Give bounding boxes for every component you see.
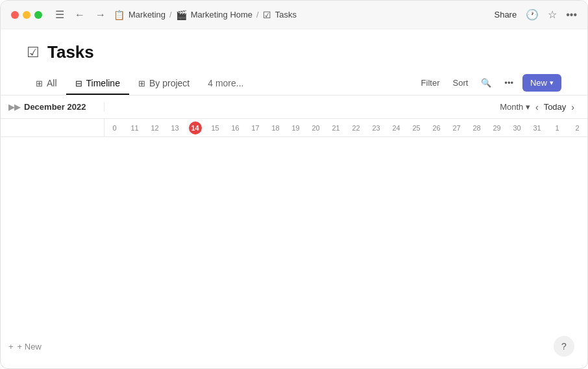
date-cell-13: 13 [165,124,185,132]
date-cell-28: 28 [467,124,487,132]
share-button[interactable]: Share [494,10,517,19]
breadcrumb-sep-1: / [169,10,172,19]
breadcrumb-item-1[interactable]: Marketing [129,10,165,19]
date-cell-22: 22 [346,124,366,132]
today-badge: 14 [189,121,202,134]
breadcrumb-icon-2: 🎬 [176,10,187,20]
page-header: ☑ Tasks [1,29,587,73]
tab-timeline[interactable]: ⊟ Timeline [66,73,129,95]
date-cell-24: 24 [386,124,406,132]
hamburger-icon[interactable]: ☰ [53,7,67,22]
date-cell-17: 17 [245,124,265,132]
date-cell-25: 25 [406,124,426,132]
tab-timeline-label: Timeline [86,78,120,88]
date-cell-12: 12 [145,124,165,132]
date-cell-11: 11 [125,124,145,132]
add-new-label: + New [18,342,42,351]
tab-timeline-icon: ⊟ [75,79,82,88]
today-button[interactable]: Today [544,102,567,112]
date-cell-2: 2 [567,124,587,132]
tab-all-icon: ⊞ [36,79,43,88]
breadcrumb-item-3[interactable]: Tasks [275,10,297,19]
date-cell-31: 31 [527,124,547,132]
sort-button[interactable]: Sort [448,75,472,90]
date-cell-0: 0 [104,124,125,132]
new-button[interactable]: New ▾ [522,74,561,92]
tabs-toolbar: Filter Sort 🔍 ••• New ▾ [417,74,561,94]
tab-all[interactable]: ⊞ All [27,73,66,95]
expand-icon[interactable]: ▶▶ [8,103,20,112]
date-cell-16: 16 [225,124,245,132]
month-nav: Month ▾ ‹ Today › [500,102,574,112]
page-title-row: ☑ Tasks [27,42,561,62]
page-icon: ☑ [27,44,40,61]
date-cell-1: 1 [547,124,567,132]
date-cell-18: 18 [265,124,286,132]
tab-byproject-icon: ⊞ [138,79,145,88]
star-icon[interactable]: ☆ [548,8,557,21]
add-new-row[interactable]: + + New [1,337,49,357]
date-cell-23: 23 [366,124,386,132]
search-icon[interactable]: 🔍 [477,75,495,90]
page-title: Tasks [47,42,94,62]
new-button-label: New [530,78,547,88]
add-icon: + [8,342,14,351]
more-options-icon[interactable]: ••• [566,9,577,21]
breadcrumb-icon-1: 📋 [114,10,125,20]
breadcrumb-icon-3: ☑ [263,10,271,20]
date-cell-21: 21 [326,124,346,132]
titlebar-actions: Share 🕐 ☆ ••• [494,8,577,21]
main-content: ☑ Tasks ⊞ All ⊟ Timeline ⊞ By project 4 … [1,29,587,369]
month-label: December 2022 [24,102,86,112]
breadcrumb-item-2[interactable]: Marketing Home [191,10,252,19]
tab-more-label: 4 more... [208,78,243,88]
filter-label: Filter [421,78,440,88]
back-button[interactable]: ← [72,8,88,22]
more-toolbar-icon[interactable]: ••• [500,75,517,90]
date-cell-27: 27 [447,124,467,132]
help-button[interactable]: ? [554,336,574,357]
date-cell-15: 15 [205,124,225,132]
titlebar: ☰ ← → 📋 Marketing / 🎬 Marketing Home / ☑… [1,1,587,29]
date-cell-19: 19 [286,124,306,132]
prev-month-button[interactable]: ‹ [535,102,539,112]
tabs-bar: ⊞ All ⊟ Timeline ⊞ By project 4 more... … [1,73,587,95]
date-cell-29: 29 [487,124,507,132]
tab-by-project-label: By project [149,78,190,88]
date-cell-20: 20 [306,124,326,132]
minimize-button[interactable] [23,11,31,19]
traffic-lights [11,11,42,19]
date-cell-30: 30 [507,124,527,132]
breadcrumb-sep-2: / [256,10,259,19]
date-ruler-right: 0 11 12 13 14 15 16 17 18 19 20 21 22 23… [104,121,587,134]
tab-by-project[interactable]: ⊞ By project [129,73,199,95]
tab-all-label: All [47,78,57,88]
sort-label: Sort [452,78,468,88]
date-cell-26: 26 [426,124,447,132]
close-button[interactable] [11,11,19,19]
maximize-button[interactable] [34,11,42,19]
date-cell-14: 14 [185,121,205,134]
history-icon[interactable]: 🕐 [526,8,539,21]
new-button-arrow: ▾ [550,79,554,87]
filter-button[interactable]: Filter [417,75,444,90]
date-ruler-left [1,119,104,136]
month-view-label: Month ▾ [500,102,530,112]
breadcrumb: 📋 Marketing / 🎬 Marketing Home / ☑ Tasks [114,10,489,20]
date-ruler: 0 11 12 13 14 15 16 17 18 19 20 21 22 23… [1,119,587,137]
timeline-left-header: ▶▶ December 2022 [1,102,104,112]
timeline-right-header: Month ▾ ‹ Today › [104,102,587,112]
timeline-area: ▶▶ December 2022 Month ▾ ‹ Today › 0 11 … [1,95,587,369]
next-month-button[interactable]: › [571,102,574,112]
tab-more[interactable]: 4 more... [199,73,252,95]
forward-button[interactable]: → [93,8,108,22]
timeline-header: ▶▶ December 2022 Month ▾ ‹ Today › [1,95,587,119]
